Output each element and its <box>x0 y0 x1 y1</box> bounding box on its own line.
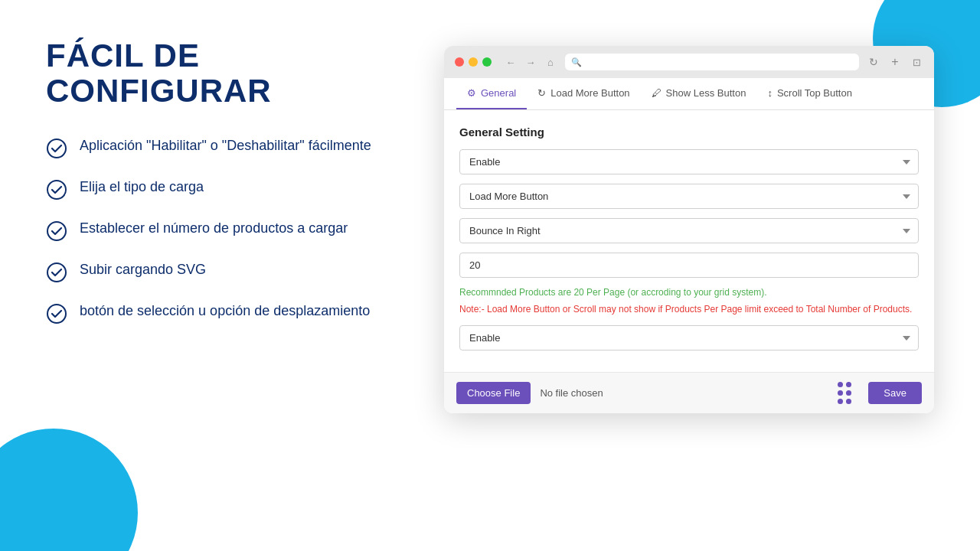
search-icon: 🔍 <box>571 57 582 67</box>
feature-list: Aplicación "Habilitar" o "Deshabilitar" … <box>46 136 398 324</box>
updown-icon: ↕ <box>767 87 773 99</box>
load-type-select-group: Load More ButtonScrollBoth <box>459 184 919 209</box>
dot-4 <box>846 390 851 396</box>
check-icon-4 <box>46 262 67 283</box>
right-panel: ← → ⌂ 🔍 ↻ + ⊡ ⚙ General <box>444 38 934 520</box>
list-item: Establecer el número de productos a carg… <box>46 219 398 242</box>
number-field-group <box>459 253 919 278</box>
feature-text-3: Establecer el número de productos a carg… <box>80 219 348 238</box>
no-file-text: No file chosen <box>540 387 828 399</box>
dot-2 <box>846 382 851 387</box>
list-item: Aplicación "Habilitar" o "Deshabilitar" … <box>46 136 398 159</box>
tab-scroll-top[interactable]: ↕ Scroll Top Button <box>756 78 863 109</box>
tab-scroll-top-label: Scroll Top Button <box>777 87 852 99</box>
tab-show-less[interactable]: 🖊 Show Less Button <box>641 78 757 109</box>
dot-5 <box>838 399 843 404</box>
svg-point-0 <box>47 139 66 158</box>
check-icon-2 <box>46 179 67 201</box>
forward-button[interactable]: → <box>524 55 537 69</box>
tab-show-less-label: Show Less Button <box>666 87 746 99</box>
enable-select2-group: EnableDisable <box>459 325 919 350</box>
traffic-light-yellow[interactable] <box>469 57 478 67</box>
new-tab-button[interactable]: + <box>888 55 902 69</box>
browser-nav: ← → ⌂ <box>504 55 557 69</box>
dot-6 <box>846 399 851 404</box>
enable-select[interactable]: EnableDisable <box>459 149 919 174</box>
refresh-icon: ↻ <box>537 87 546 99</box>
tab-load-more-label: Load More Button <box>550 87 629 99</box>
browser-bar: ← → ⌂ 🔍 ↻ + ⊡ <box>444 46 934 78</box>
loader-dots <box>838 382 859 404</box>
list-item: botón de selección u opción de desplazam… <box>46 302 398 324</box>
window-button[interactable]: ⊡ <box>910 55 923 69</box>
load-type-select[interactable]: Load More ButtonScrollBoth <box>459 184 919 209</box>
browser-window: ← → ⌂ 🔍 ↻ + ⊡ ⚙ General <box>444 46 934 413</box>
info-green-text: Recommnded Products are 20 Per Page (or … <box>459 287 919 298</box>
back-button[interactable]: ← <box>504 55 518 69</box>
dot-1 <box>838 382 843 387</box>
save-button[interactable]: Save <box>868 382 922 404</box>
browser-content: ⚙ General ↻ Load More Button 🖊 Show Less… <box>444 78 934 413</box>
animation-select-group: Bounce In RightBounce In LeftFade In <box>459 218 919 243</box>
edit-icon: 🖊 <box>652 87 662 99</box>
section-title: General Setting <box>459 126 919 139</box>
bottom-bar: Choose File No file chosen Save <box>444 372 934 413</box>
list-item: Elija el tipo de carga <box>46 178 398 201</box>
list-item: Subir cargando SVG <box>46 260 398 283</box>
dot-3 <box>838 390 843 396</box>
enable-select2[interactable]: EnableDisable <box>459 325 919 350</box>
tab-load-more[interactable]: ↻ Load More Button <box>527 78 640 109</box>
animation-select[interactable]: Bounce In RightBounce In LeftFade In <box>459 218 919 243</box>
left-panel: FÁCIL DE CONFIGURAR Aplicación "Habilita… <box>46 38 398 520</box>
svg-point-3 <box>47 263 66 282</box>
traffic-lights <box>455 57 492 67</box>
traffic-light-green[interactable] <box>482 57 492 67</box>
products-per-page-input[interactable] <box>459 253 919 278</box>
feature-text-1: Aplicación "Habilitar" o "Deshabilitar" … <box>80 136 371 155</box>
browser-address-bar[interactable]: 🔍 <box>565 54 859 70</box>
check-icon-1 <box>46 138 67 159</box>
svg-point-2 <box>47 222 66 240</box>
feature-text-2: Elija el tipo de carga <box>80 178 204 197</box>
page-title: FÁCIL DE CONFIGURAR <box>46 38 398 109</box>
choose-file-button[interactable]: Choose File <box>456 382 531 404</box>
check-icon-3 <box>46 220 67 242</box>
home-button[interactable]: ⌂ <box>544 55 557 69</box>
tab-bar: ⚙ General ↻ Load More Button 🖊 Show Less… <box>444 78 934 110</box>
svg-point-4 <box>47 305 66 323</box>
check-icon-5 <box>46 303 67 324</box>
traffic-light-red[interactable] <box>455 57 464 67</box>
feature-text-4: Subir cargando SVG <box>80 260 206 279</box>
info-red-text: Note:- Load More Button or Scroll may no… <box>459 302 919 316</box>
gear-icon: ⚙ <box>467 87 476 99</box>
svg-point-1 <box>47 181 66 199</box>
reload-button[interactable]: ↻ <box>867 55 880 69</box>
feature-text-5: botón de selección u opción de desplazam… <box>80 302 370 321</box>
enable-select-group: EnableDisable <box>459 149 919 174</box>
panel-content: General Setting EnableDisable Load More … <box>444 110 934 372</box>
tab-general-label: General <box>481 87 516 99</box>
tab-general[interactable]: ⚙ General <box>456 78 527 109</box>
